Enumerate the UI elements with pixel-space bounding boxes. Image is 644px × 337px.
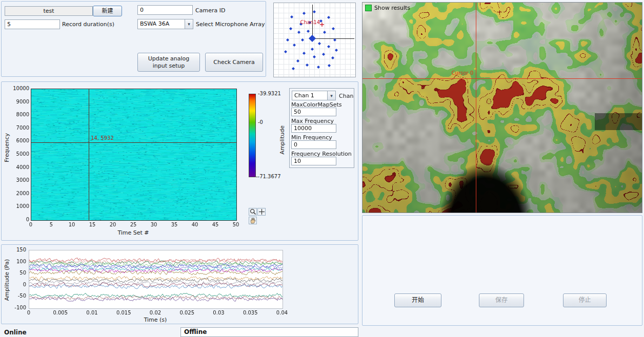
- spectrogram-y-tick: 3000: [11, 177, 29, 183]
- waveform-x-tick: 0.005: [51, 310, 70, 315]
- spectrogram-y-tick: 7000: [11, 125, 29, 131]
- offline-status-field: Offline: [180, 327, 358, 337]
- check-camera-button[interactable]: Check Camera: [205, 53, 263, 72]
- spectrogram-y-tick: 1000: [11, 203, 29, 209]
- channel-select[interactable]: Chan 1 ▾: [292, 91, 336, 100]
- waveform-plot[interactable]: [29, 250, 283, 309]
- update-analog-input-button[interactable]: Update analog input setup: [137, 53, 200, 72]
- waveform-y-tick: 150: [10, 247, 26, 252]
- save-button[interactable]: 保存: [479, 293, 524, 307]
- waveform-x-tick: 0.03: [210, 310, 228, 315]
- microphone-array-select[interactable]: BSWA 36A ▾: [137, 19, 193, 29]
- new-button[interactable]: 新建: [93, 6, 122, 16]
- mic-array-panel: Chan14: [273, 3, 356, 77]
- waveform-x-tick: 0.04: [273, 310, 291, 315]
- show-results-label: Show results: [374, 5, 410, 11]
- channel-select-value: Chan 1: [294, 92, 326, 99]
- spectrogram-y-tick: 4000: [11, 164, 29, 170]
- start-button[interactable]: 开始: [394, 293, 441, 307]
- cursor-tool-icon[interactable]: [257, 208, 266, 216]
- spectrogram-y-tick: 9000: [11, 99, 29, 104]
- spectrogram-x-tick: 25: [126, 222, 141, 227]
- spectrogram-x-tick: 40: [187, 222, 203, 227]
- max-frequency-input[interactable]: [291, 124, 336, 133]
- spectrogram-x-tick: 30: [146, 222, 162, 227]
- colorbar-max-label: -39.9321: [258, 91, 281, 96]
- acquisition-config-panel: 新建 Camera ID Record duration(s) BSWA 36A…: [1, 1, 266, 77]
- camera-view-panel: Show results Cursor 0: [362, 2, 642, 213]
- spectrogram-cursor-label: 14, 5932: [91, 135, 114, 141]
- spectrogram-x-tick: 50: [228, 222, 244, 227]
- spectrogram-y-tick: 6000: [11, 138, 29, 143]
- waveform-x-tick: 0.015: [114, 310, 133, 315]
- spectrogram-x-tick: 20: [105, 222, 120, 227]
- spectrogram-panel: Frequency 14, 5932 Time Set # -39.9321 -…: [1, 81, 358, 241]
- session-name-input[interactable]: [5, 6, 93, 16]
- zoom-tool-icon[interactable]: [249, 208, 257, 216]
- camera-id-label: Camera ID: [195, 7, 225, 14]
- waveform-y-tick: 50: [10, 270, 26, 276]
- transport-panel: 开始 保存 停止: [362, 215, 642, 326]
- pan-tool-icon[interactable]: [249, 217, 257, 224]
- online-status-label: Online: [4, 329, 27, 336]
- waveform-panel: Amplitude (Pa) Time (s) 150100500-50-100…: [1, 244, 358, 324]
- waveform-y-tick: 100: [10, 259, 26, 264]
- spectrogram-x-tick: 10: [64, 222, 79, 227]
- min-frequency-input[interactable]: [291, 140, 336, 149]
- spectrogram-x-tick: 35: [167, 222, 182, 227]
- camera-id-input[interactable]: [137, 5, 193, 15]
- spectrogram-settings-group: Chan 1 ▾ Chan MaxColorMapSets Max Freque…: [289, 88, 354, 168]
- record-duration-input[interactable]: [5, 19, 60, 29]
- spectrogram-x-tick: 15: [85, 222, 100, 227]
- frequency-resolution-input[interactable]: [291, 157, 336, 165]
- spectrogram-y-tick: 5000: [11, 151, 29, 157]
- chevron-down-icon[interactable]: ▾: [327, 91, 335, 100]
- stop-button[interactable]: 停止: [563, 293, 607, 307]
- spectrogram-ylabel: Frequency: [4, 133, 10, 162]
- acoustic-camera-image[interactable]: [363, 3, 642, 213]
- spectrogram-y-tick: 2000: [11, 191, 29, 196]
- waveform-x-tick: 0.035: [241, 310, 259, 315]
- show-results-checkbox[interactable]: [365, 5, 372, 11]
- waveform-x-tick: 0.01: [83, 310, 102, 315]
- colorbar-min-label: --71.3677: [256, 174, 281, 179]
- waveform-x-tick: 0.02: [146, 310, 165, 315]
- waveform-xlabel: Time (s): [132, 317, 178, 323]
- mic-array-highlight-label: Chan14: [293, 19, 320, 25]
- colorbar-mid-label: -0: [258, 119, 263, 125]
- spectrogram-plot[interactable]: [31, 89, 237, 221]
- microphone-array-label: Select Microphone Array: [196, 21, 265, 28]
- spectrogram-x-tick: 45: [208, 222, 223, 227]
- waveform-x-tick: 0: [19, 310, 38, 315]
- spectrogram-y-tick: 8000: [11, 112, 29, 117]
- camera-cursor-label: Cursor 0: [449, 70, 473, 76]
- waveform-y-tick: 0: [10, 282, 26, 287]
- amplitude-colorbar: [249, 94, 256, 177]
- spectrogram-xlabel: Time Set #: [110, 229, 156, 236]
- max-colormap-input[interactable]: [291, 108, 336, 116]
- waveform-x-tick: 0.025: [178, 310, 196, 315]
- microphone-array-value: BSWA 36A: [140, 20, 184, 27]
- spectrogram-x-tick: 0: [23, 222, 38, 227]
- chevron-down-icon[interactable]: ▾: [185, 19, 193, 29]
- waveform-y-tick: -50: [10, 293, 26, 299]
- spectrogram-x-tick: 5: [44, 222, 59, 227]
- spectrogram-y-tick: 10000: [11, 86, 29, 91]
- mic-array-plot: [274, 3, 355, 77]
- record-duration-label: Record duration(s): [62, 21, 114, 28]
- colorbar-axis-label: Amplitude: [279, 125, 286, 154]
- channel-label: Chan: [339, 93, 353, 99]
